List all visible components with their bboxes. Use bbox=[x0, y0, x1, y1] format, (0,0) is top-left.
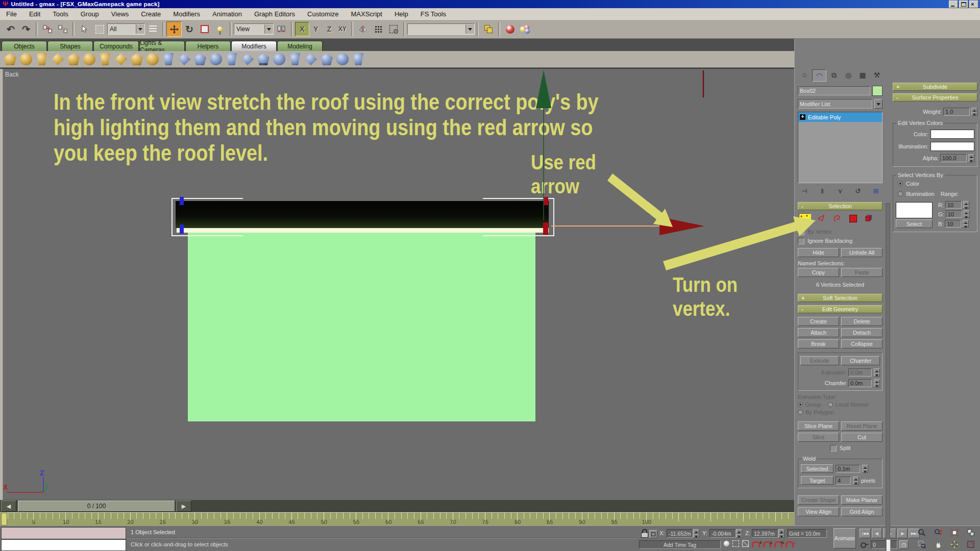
coord-z-field[interactable]: 12.397m bbox=[752, 529, 778, 538]
time-configuration-icon[interactable]: ◷ bbox=[899, 540, 909, 549]
weld-pixels-spinner[interactable] bbox=[853, 477, 859, 485]
align-icon[interactable] bbox=[386, 21, 401, 37]
tab-compounds[interactable]: Compounds bbox=[93, 41, 139, 51]
weld-threshold-spinner[interactable] bbox=[862, 465, 868, 473]
edit-geometry-rollout-header[interactable]: - Edit Geometry bbox=[798, 305, 883, 313]
snap-toggle-3d-icon[interactable]: 3 bbox=[752, 541, 760, 547]
modifier-stack[interactable]: + Editable Poly bbox=[798, 112, 883, 183]
arc-rotate-icon[interactable] bbox=[947, 539, 961, 549]
view-align-button[interactable]: View Align bbox=[798, 507, 839, 516]
vertex-handle-red[interactable] bbox=[544, 197, 548, 205]
modifier-icon[interactable] bbox=[273, 53, 285, 65]
expand-icon[interactable]: + bbox=[800, 114, 805, 120]
modifier-icon[interactable] bbox=[321, 53, 333, 65]
menu-item-animation[interactable]: Animation bbox=[206, 10, 248, 18]
motion-tab-icon[interactable]: ◎ bbox=[842, 69, 855, 81]
key-mode-icon[interactable] bbox=[861, 541, 868, 548]
modifier-icon[interactable] bbox=[305, 53, 317, 65]
object-color-swatch[interactable] bbox=[872, 86, 883, 96]
modifier-icon[interactable] bbox=[36, 53, 48, 65]
current-frame-marker[interactable] bbox=[1, 513, 7, 525]
configure-modifier-sets-icon[interactable]: ⊞ bbox=[869, 186, 883, 196]
region-zoom-icon[interactable] bbox=[915, 539, 928, 549]
attach-button[interactable]: Attach bbox=[798, 328, 839, 337]
animate-button[interactable]: Animate bbox=[834, 528, 856, 548]
range-b-spinner[interactable] bbox=[963, 220, 969, 228]
create-tab-icon[interactable]: ☆ bbox=[798, 69, 811, 81]
range-g-spinner[interactable] bbox=[964, 210, 970, 218]
create-shape-button[interactable]: Create Shape bbox=[798, 495, 839, 505]
chamfer-field[interactable]: 0.0m bbox=[848, 379, 872, 387]
coord-x-field[interactable]: -11.652m bbox=[667, 529, 693, 538]
box-object-body[interactable] bbox=[188, 233, 535, 421]
zoom-extents-icon[interactable] bbox=[947, 528, 961, 538]
coord-y-field[interactable]: -0.004m bbox=[709, 529, 736, 538]
modifier-icon[interactable] bbox=[162, 53, 175, 65]
modifier-icon[interactable] bbox=[241, 53, 254, 65]
selection-rollout-header[interactable]: - Selection bbox=[798, 202, 883, 210]
modifier-stack-item[interactable]: + Editable Poly bbox=[798, 112, 882, 122]
border-mode-button[interactable] bbox=[831, 213, 843, 223]
selection-filter-dropdown[interactable]: All bbox=[107, 23, 145, 35]
ignore-backfacing-checkbox[interactable]: Ignore Backfacing bbox=[798, 237, 883, 244]
next-frame-arrow[interactable]: ▶ bbox=[176, 500, 191, 512]
close-button[interactable]: × bbox=[969, 1, 978, 8]
modifier-icon[interactable] bbox=[67, 53, 80, 65]
modifier-icon[interactable] bbox=[146, 53, 159, 65]
link-icon[interactable] bbox=[40, 21, 55, 37]
percent-snap-icon[interactable]: % bbox=[774, 541, 782, 547]
polygon-mode-button[interactable] bbox=[847, 213, 859, 223]
restrict-z-button[interactable]: Z bbox=[323, 22, 336, 36]
select-and-manipulate-icon[interactable] bbox=[212, 21, 228, 37]
select-button[interactable]: Select bbox=[896, 219, 933, 228]
add-time-tag[interactable]: Add Time Tag bbox=[639, 540, 721, 549]
coord-z-spinner[interactable] bbox=[778, 529, 785, 538]
extrude-button[interactable]: Extrude bbox=[800, 356, 839, 365]
rectangular-selection-icon[interactable] bbox=[92, 21, 107, 37]
named-selection-sets-dropdown[interactable] bbox=[407, 23, 475, 35]
vertex-mode-button[interactable] bbox=[799, 213, 811, 224]
unlink-icon[interactable] bbox=[55, 21, 70, 37]
zoom-icon[interactable] bbox=[915, 528, 928, 538]
zoom-all-icon[interactable] bbox=[931, 528, 945, 538]
paste-button[interactable]: Paste bbox=[841, 268, 883, 277]
pan-hand-icon[interactable] bbox=[931, 539, 945, 549]
modifier-icon[interactable] bbox=[352, 53, 364, 65]
modifier-icon[interactable] bbox=[131, 53, 143, 65]
weight-spinner[interactable] bbox=[971, 108, 977, 116]
modifier-icon[interactable] bbox=[210, 53, 222, 65]
use-pivot-point-icon[interactable] bbox=[274, 21, 289, 37]
tab-modifiers[interactable]: Modifiers bbox=[231, 41, 277, 51]
modifier-icon[interactable] bbox=[226, 53, 238, 65]
modifier-icon[interactable] bbox=[52, 53, 64, 65]
split-checkbox[interactable]: Split bbox=[798, 444, 883, 452]
menu-item-maxscript[interactable]: MAXScript bbox=[345, 10, 388, 18]
go-to-start-button[interactable]: |◀◀ bbox=[860, 529, 871, 538]
coord-x-spinner[interactable] bbox=[693, 529, 699, 538]
range-r-field[interactable]: 10 bbox=[945, 201, 962, 209]
modifier-icon[interactable] bbox=[99, 53, 111, 65]
previous-frame-button[interactable]: ◀| bbox=[872, 529, 882, 538]
show-end-result-icon[interactable]: ‖ bbox=[816, 186, 829, 196]
range-b-field[interactable]: 10 bbox=[945, 220, 961, 228]
select-and-rotate-icon[interactable]: ↻ bbox=[182, 21, 197, 37]
gizmo-x-arrowhead[interactable] bbox=[659, 217, 704, 235]
subdivide-rollout-header[interactable]: + Subdivide bbox=[893, 83, 977, 91]
modifier-icon[interactable] bbox=[20, 53, 32, 65]
material-editor-icon[interactable] bbox=[518, 21, 533, 37]
grid-align-button[interactable]: Grid Align bbox=[841, 507, 883, 516]
menu-item-modifiers[interactable]: Modifiers bbox=[167, 10, 206, 18]
make-unique-icon[interactable]: ⋎ bbox=[834, 186, 847, 196]
tab-objects[interactable]: Objects bbox=[2, 41, 47, 51]
copy-button[interactable]: Copy bbox=[798, 268, 839, 277]
dropdown-arrow-icon[interactable] bbox=[136, 24, 144, 34]
select-and-scale-icon[interactable] bbox=[197, 21, 212, 37]
redo-icon[interactable]: ↷ bbox=[18, 21, 34, 37]
by-vertex-checkbox[interactable]: By Vertex bbox=[798, 228, 883, 235]
time-slider[interactable]: 0 / 100 bbox=[18, 500, 175, 512]
pin-stack-icon[interactable]: ⊣ bbox=[798, 186, 811, 196]
menu-item-edit[interactable]: Edit bbox=[23, 10, 46, 18]
selection-region-icon[interactable] bbox=[732, 540, 739, 547]
tab-modeling[interactable]: Modeling bbox=[277, 41, 323, 51]
extrusion-spinner[interactable] bbox=[874, 368, 880, 377]
